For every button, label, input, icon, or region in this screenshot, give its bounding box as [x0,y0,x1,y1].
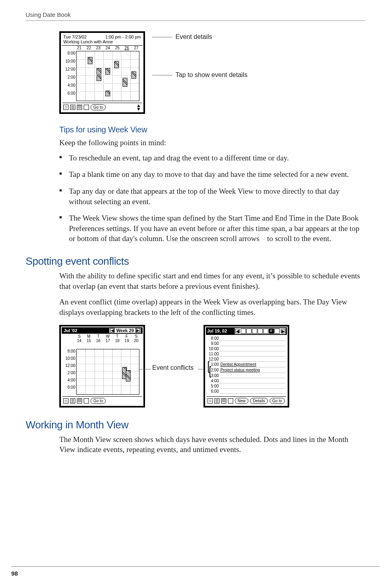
tip-item: The Week View shows the time span define… [59,213,361,244]
day-view-icon[interactable] [63,105,69,110]
tip-item: Tap any day or date that appears at the … [59,186,361,207]
day-picker[interactable]: SM TW TF S [241,328,280,334]
month-view-icon[interactable] [77,105,82,110]
week-view-icon[interactable] [70,105,75,110]
heading-tips: Tips for using Week View [59,125,361,134]
week-view-icon[interactable] [214,398,220,403]
callout-event-conflicts: Event conflicts [152,325,196,371]
callout-tap-show: Tap to show event details [152,71,248,79]
agenda-view-icon[interactable] [84,105,89,110]
month-view-para: The Month View screen shows which days h… [59,434,361,455]
page-number: 98 [11,570,18,577]
month-view-icon[interactable] [221,398,226,403]
event-block[interactable] [105,91,110,96]
callout-event-details: Event details [152,33,248,41]
week-label: Week 29 [116,328,134,333]
event-block[interactable] [123,78,127,87]
event-block[interactable] [88,57,93,64]
day-date-label: Jul 19, 02 [207,328,227,333]
event-block[interactable] [131,71,136,79]
event-time-range: 1:00 pm - 2:00 pm [105,34,141,39]
event-block-conflict[interactable] [126,370,131,381]
time-axis: 8:00 10:00 12:00 2:00 4:00 6:00 [62,349,76,395]
palm-week-view: Tue 7/23/02 1:00 pm - 2:00 pm Working Lu… [59,31,145,114]
next-week-icon[interactable]: ▶ [135,328,140,333]
palm-footer: Go to ▲▼ [62,103,142,111]
agenda-view-icon[interactable] [84,398,89,403]
tip-item: To reschedule an event, tap and drag the… [59,153,361,163]
day-number-row: 21 22 23 24 25 26 27 [62,46,143,50]
running-header: Using Date Book [26,11,365,18]
scroll-arrows-icon[interactable]: ▲▼ [136,104,141,111]
palm-week-conflict: Jul '02 ◀ Week 29 ▶ S M T W T [59,325,145,408]
event-block[interactable] [97,75,101,81]
week-grid[interactable] [76,51,139,101]
conflicts-para-2: An event conflict (time overlap) appears… [59,297,361,317]
figure-conflicts: Jul '02 ◀ Week 29 ▶ S M T W T [59,325,361,408]
palm-day-conflict: Jul 19, 02 ◀ SM TW TF S ▶ [204,325,289,408]
day-view-icon[interactable] [208,398,213,403]
event-title: Working Lunch with Anne [62,39,143,46]
month-view-icon[interactable] [77,398,82,403]
tip-item: Tap a blank time on any day to move to t… [59,169,361,180]
event-date: Tue 7/23/02 [63,34,87,39]
goto-button[interactable]: Go to [91,104,106,110]
prev-icon[interactable]: ◀ [235,329,240,333]
time-axis: 8:00 10:00 12:00 2:00 4:00 6:00 [62,51,76,101]
heading-month-view: Working in Month View [26,419,361,431]
new-button[interactable]: New [235,398,248,404]
goto-button[interactable]: Go to [270,398,285,404]
prev-week-icon[interactable]: ◀ [110,328,115,333]
tips-list: To reschedule an event, tap and drag the… [59,153,361,244]
week-grid[interactable] [76,349,139,395]
footer-rule [11,566,380,567]
event-project-status[interactable]: Project status meeting [220,367,285,373]
agenda-view-icon[interactable] [228,398,233,403]
event-dentist[interactable]: Dentist Appointment [220,362,285,367]
figure-week-detail: Tue 7/23/02 1:00 pm - 2:00 pm Working Lu… [59,31,361,114]
event-block[interactable] [105,68,110,75]
next-icon[interactable]: ▶ [281,329,285,333]
event-block[interactable] [114,61,119,68]
goto-button[interactable]: Go to [91,398,106,404]
header-rule [26,20,365,21]
event-block[interactable] [97,68,101,75]
heading-conflicts: Spotting event conflicts [26,255,361,268]
tips-intro: Keep the following points in mind: [59,138,361,148]
month-label: Jul '02 [64,328,77,333]
details-button[interactable]: Details [250,398,268,404]
day-view-icon[interactable] [63,398,69,403]
conflicts-para-1: With the ability to define specific star… [59,271,361,291]
week-view-icon[interactable] [70,398,75,403]
